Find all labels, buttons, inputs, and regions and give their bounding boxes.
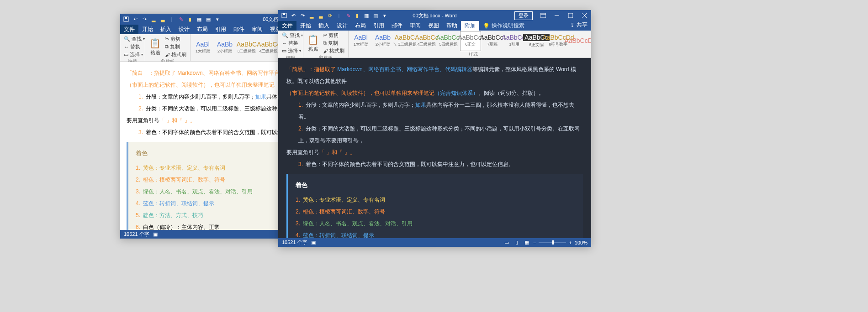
maximize-button[interactable] (564, 10, 577, 21)
print-icon[interactable]: ▤ (372, 12, 379, 19)
document-area[interactable]: 「简黑」：指提取了 Markdown、网络百科全书、网络写作平台、代码编辑器等编… (278, 58, 591, 238)
cut-button[interactable]: ✂剪切 (164, 35, 187, 43)
folder-icon[interactable]: ▂ (308, 12, 315, 19)
undo-icon[interactable]: ↶ (290, 12, 296, 19)
tab-mailings[interactable]: 邮件 (230, 25, 248, 34)
replace-button[interactable]: ↔替换 (123, 43, 142, 51)
search-icon: 🔍 (282, 32, 288, 38)
style-item[interactable]: AaBbCcI5四级标题 (438, 31, 459, 51)
replace-button[interactable]: ↔替换 (281, 39, 300, 47)
group-clipboard: 📋 粘贴 ✂剪切 ⧉复制 🖌格式刷 剪贴板 (303, 31, 349, 57)
share-button[interactable]: ⇪共享 (570, 21, 587, 29)
proofing-icon[interactable]: ▣ (311, 239, 316, 245)
close-button[interactable] (577, 10, 591, 21)
refresh-icon[interactable]: ⟳ (327, 12, 333, 19)
tab-addon[interactable]: 附加 (461, 21, 479, 31)
highlight-icon[interactable]: ▮ (187, 16, 193, 22)
tab-layout[interactable]: 布局 (193, 25, 212, 34)
tab-file[interactable]: 文件 (278, 21, 296, 31)
macro-icon[interactable]: ▦ (363, 12, 370, 19)
style-item[interactable]: AaBbC3二级标题 (236, 38, 257, 58)
paste-button[interactable]: 📋 粘贴 (306, 33, 320, 53)
style-item[interactable]: AaBbCc4三级标题 (258, 38, 279, 58)
find-button[interactable]: 🔍查找▾ (281, 31, 300, 39)
svg-rect-4 (540, 13, 546, 18)
tab-review[interactable]: 审阅 (248, 25, 266, 34)
view-print-icon[interactable]: ▯ (513, 239, 520, 246)
tab-references[interactable]: 引用 (370, 21, 388, 31)
tab-home[interactable]: 开始 (296, 21, 315, 31)
tab-home[interactable]: 开始 (138, 25, 157, 34)
lightbulb-icon: 💡 (483, 23, 490, 29)
select-button[interactable]: ▭选择▾ (123, 51, 142, 58)
tab-design[interactable]: 设计 (175, 25, 193, 34)
redo-icon[interactable]: ↷ (141, 16, 148, 22)
style-item[interactable]: AaBl1大框架 (350, 31, 371, 51)
zoom-level[interactable]: 100% (575, 240, 587, 245)
tab-review[interactable]: 审阅 (406, 21, 424, 31)
tab-insert[interactable]: 插入 (315, 21, 333, 31)
qat-dropdown-icon[interactable]: ▾ (214, 16, 221, 22)
tab-mailings[interactable]: 邮件 (388, 21, 406, 31)
folder-open-icon[interactable]: ▃ (318, 12, 324, 19)
view-read-icon[interactable]: ▭ (503, 239, 510, 246)
save-icon[interactable] (281, 12, 287, 19)
tab-insert[interactable]: 插入 (157, 25, 175, 34)
tab-help[interactable]: 帮助 (443, 21, 461, 31)
cut-button[interactable]: ✂剪切 (322, 31, 345, 39)
share-icon: ⇪ (570, 22, 575, 28)
print-icon[interactable]: ▤ (205, 16, 212, 22)
folder-icon[interactable]: ▂ (150, 16, 157, 22)
ribbon: 🔍查找▾ ↔替换 ▭选择▾ 编辑 📋 粘贴 ✂剪切 ⧉复制 🖌格式刷 剪贴板 (278, 31, 591, 58)
pen-icon[interactable]: ✎ (178, 16, 184, 22)
divider: | (336, 12, 342, 19)
pen-icon[interactable]: ✎ (345, 12, 351, 19)
zoom-in-button[interactable]: + (569, 240, 572, 245)
style-item[interactable]: AaBb2小框架 (372, 31, 393, 51)
brush-icon: 🖌 (165, 52, 170, 57)
tab-design[interactable]: 设计 (333, 21, 351, 31)
undo-icon[interactable]: ↶ (132, 16, 138, 22)
find-button[interactable]: 🔍查找▾ (123, 35, 142, 43)
view-web-icon[interactable]: ▦ (523, 239, 530, 246)
callout-box: 着色 1.黄色：专业术语、定义、专有名词 2.橙色：模棱两可词汇、数字、符号 3… (286, 174, 583, 238)
style-item[interactable]: AaBbC↘ 3二级标题 (394, 31, 415, 51)
search-icon: 🔍 (124, 36, 130, 42)
login-button[interactable]: 登录 (514, 11, 533, 20)
tab-layout[interactable]: 布局 (351, 21, 370, 31)
scissors-icon: ✂ (165, 36, 169, 42)
scissors-icon: ✂ (323, 32, 327, 38)
highlight-icon[interactable]: ▮ (354, 12, 360, 19)
paste-button[interactable]: 📋 粘贴 (148, 37, 162, 57)
tab-view[interactable]: 视图 (424, 21, 443, 31)
format-painter-button[interactable]: 🖌格式刷 (164, 51, 187, 58)
style-item[interactable]: AaBb2小框架 (214, 38, 235, 58)
style-item[interactable]: AaBl1大框架 (192, 38, 213, 58)
proofing-icon[interactable]: ▣ (153, 231, 158, 237)
redo-icon[interactable]: ↷ (299, 12, 306, 19)
ribbon-options-icon[interactable] (536, 10, 550, 21)
svg-rect-1 (125, 17, 127, 19)
zoom-slider[interactable] (539, 242, 566, 243)
word-count[interactable]: 10521 个字 (282, 239, 307, 246)
format-painter-button[interactable]: 🖌格式刷 (322, 47, 345, 55)
style-item[interactable]: AaBbCcI7草稿 (482, 31, 503, 51)
macro-icon[interactable]: ▦ (196, 16, 202, 22)
style-item[interactable]: AaBbCcI6正文 (460, 31, 481, 51)
qat-dropdown-icon[interactable]: ▾ (381, 12, 388, 19)
minimize-button[interactable] (550, 10, 564, 21)
paste-icon: 📋 (307, 34, 319, 45)
zoom-out-button[interactable]: − (533, 240, 536, 245)
copy-button[interactable]: ⧉复制 (164, 43, 187, 51)
tab-file[interactable]: 文件 (120, 25, 138, 34)
select-button[interactable]: ▭选择▾ (281, 47, 300, 55)
tab-references[interactable]: 引用 (212, 25, 230, 34)
word-count[interactable]: 10521 个字 (124, 231, 149, 238)
style-item[interactable]: AaBbCcI1引用 (504, 31, 525, 51)
folder-open-icon[interactable]: ▃ (159, 16, 166, 22)
save-icon[interactable] (123, 16, 129, 22)
copy-button[interactable]: ⧉复制 (322, 39, 345, 47)
style-item[interactable]: AaBbCcDd (570, 31, 591, 51)
style-item[interactable]: AaBbCc4三级标题 (416, 31, 437, 51)
tell-me-search[interactable]: 💡操作说明搜索 (479, 21, 528, 31)
